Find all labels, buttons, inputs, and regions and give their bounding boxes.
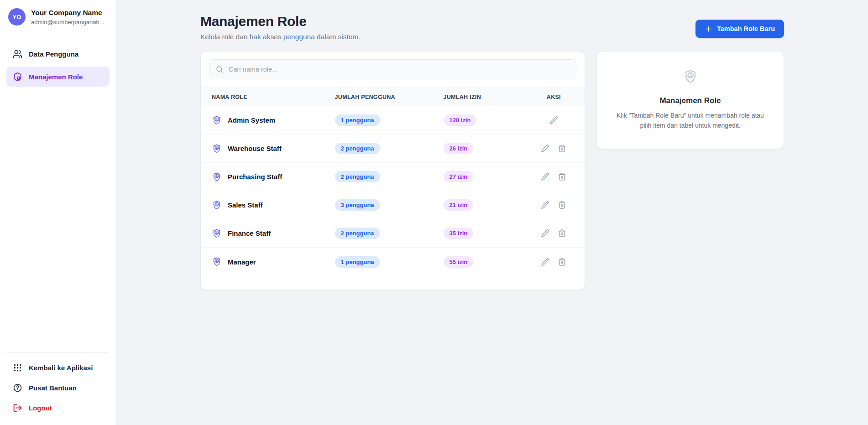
edit-role-button[interactable]	[540, 257, 550, 267]
role-name: Warehouse Staff	[228, 145, 282, 152]
trash-icon	[558, 172, 566, 181]
permission-count-badge: 120 izin	[444, 114, 477, 126]
role-detail-panel: Manajemen Role Klik "Tambah Role Baru" u…	[596, 51, 784, 149]
role-name: Sales Staff	[228, 201, 263, 209]
role-shield-icon	[212, 200, 222, 210]
pencil-icon	[541, 172, 549, 181]
footer-item-label: Logout	[29, 404, 52, 412]
user-count-badge: 2 pengguna	[335, 171, 380, 182]
user-count-badge: 1 pengguna	[335, 114, 380, 126]
edit-role-button[interactable]	[540, 228, 550, 238]
user-count-badge: 1 pengguna	[335, 256, 380, 268]
table-row[interactable]: Finance Staff 2 pengguna 35 izin	[201, 219, 585, 248]
main-area: Manajemen Role Kelola role dan hak akses…	[116, 0, 868, 425]
avatar: YO	[8, 8, 26, 26]
pencil-icon	[541, 258, 549, 266]
back-to-app-link[interactable]: Kembali ke Aplikasi	[6, 358, 110, 378]
table-body: Admin System 1 pengguna 120 izin	[201, 106, 585, 276]
user-count-badge: 3 pengguna	[335, 199, 380, 211]
column-header-aksi: AKSI	[534, 94, 574, 100]
sidebar-item-label: Manajemen Role	[29, 73, 83, 81]
logout-icon	[13, 403, 22, 413]
grid-icon	[13, 363, 22, 373]
permission-count-badge: 55 izin	[444, 256, 474, 268]
page-subtitle: Kelola role dan hak akses pengguna dalam…	[200, 33, 361, 41]
role-shield-icon	[212, 144, 222, 154]
user-email: admin@sumberpanganab...	[31, 19, 105, 26]
company-name: Your Company Name	[31, 8, 105, 17]
table-row[interactable]: Admin System 1 pengguna 120 izin	[201, 106, 585, 135]
trash-icon	[558, 201, 566, 209]
table-header: NAMA ROLE JUMLAH PENGGUNA JUMLAH IZIN AK…	[201, 88, 585, 106]
permission-count-badge: 27 izin	[444, 171, 474, 182]
user-count-badge: 2 pengguna	[335, 143, 380, 154]
column-header-jumlah-pengguna: JUMLAH PENGGUNA	[335, 94, 444, 100]
footer-item-label: Pusat Bantuan	[29, 384, 77, 392]
role-shield-icon	[212, 172, 222, 182]
logout-button[interactable]: Logout	[6, 398, 110, 418]
pencil-icon	[541, 229, 549, 238]
add-role-button[interactable]: Tambah Role Baru	[695, 20, 784, 38]
column-header-nama-role: NAMA ROLE	[212, 94, 335, 100]
permission-count-badge: 26 izin	[444, 143, 474, 154]
column-header-jumlah-izin: JUMLAH IZIN	[444, 94, 534, 100]
role-shield-icon	[212, 115, 222, 125]
trash-icon	[558, 258, 566, 266]
delete-role-button[interactable]	[557, 171, 567, 182]
user-count-badge: 2 pengguna	[335, 228, 380, 239]
sidebar-item-label: Data Pengguna	[29, 50, 78, 58]
trash-icon	[558, 144, 566, 153]
permission-count-badge: 35 izin	[444, 228, 474, 239]
delete-role-button[interactable]	[557, 143, 567, 154]
sidebar: YO Your Company Name admin@sumberpangana…	[0, 0, 116, 425]
help-center-link[interactable]: Pusat Bantuan	[6, 378, 110, 398]
sidebar-footer: Kembali ke Aplikasi Pusat Bantuan	[6, 348, 110, 418]
pencil-icon	[549, 116, 558, 124]
sidebar-item-data-pengguna[interactable]: Data Pengguna	[6, 44, 110, 64]
role-shield-icon	[212, 228, 222, 238]
role-shield-icon	[212, 257, 222, 267]
table-row[interactable]: Warehouse Staff 2 pengguna 26 izin	[201, 135, 585, 163]
search-bar	[209, 59, 576, 79]
edit-role-button[interactable]	[540, 200, 550, 210]
table-row[interactable]: Manager 1 pengguna 55 izin	[201, 248, 585, 276]
shield-user-icon	[683, 69, 698, 84]
pencil-icon	[541, 144, 549, 153]
trash-icon	[558, 229, 566, 238]
delete-role-button[interactable]	[557, 200, 567, 210]
detail-panel-description: Klik "Tambah Role Baru" untuk menambah r…	[612, 111, 768, 130]
user-card: YO Your Company Name admin@sumberpangana…	[6, 7, 110, 32]
edit-role-button[interactable]	[549, 115, 559, 125]
sidebar-nav: Data Pengguna Manajemen Role	[6, 44, 110, 87]
help-circle-icon	[13, 383, 22, 393]
permission-count-badge: 21 izin	[444, 199, 474, 211]
plus-icon	[705, 25, 712, 33]
page-title: Manajemen Role	[200, 14, 361, 29]
table-row[interactable]: Purchasing Staff 2 pengguna 27 izin	[201, 163, 585, 191]
role-name: Manager	[228, 258, 256, 266]
detail-panel-title: Manajemen Role	[612, 96, 768, 105]
search-icon	[215, 65, 224, 73]
role-table-card: NAMA ROLE JUMLAH PENGGUNA JUMLAH IZIN AK…	[200, 51, 585, 290]
page-header: Manajemen Role Kelola role dan hak akses…	[200, 14, 784, 41]
delete-role-button[interactable]	[557, 228, 567, 238]
search-input[interactable]	[209, 59, 576, 79]
shield-user-icon	[13, 72, 22, 82]
sidebar-item-manajemen-role[interactable]: Manajemen Role	[6, 67, 110, 87]
role-name: Finance Staff	[228, 229, 271, 237]
edit-role-button[interactable]	[540, 143, 550, 154]
role-name: Admin System	[228, 116, 275, 124]
table-row[interactable]: Sales Staff 3 pengguna 21 izin	[201, 191, 585, 219]
pencil-icon	[541, 201, 549, 209]
add-role-button-label: Tambah Role Baru	[717, 25, 775, 32]
footer-item-label: Kembali ke Aplikasi	[29, 364, 93, 372]
edit-role-button[interactable]	[540, 171, 550, 182]
app-root: YO Your Company Name admin@sumberpangana…	[0, 0, 868, 425]
delete-role-button[interactable]	[557, 257, 567, 267]
role-name: Purchasing Staff	[228, 173, 282, 181]
sidebar-divider	[7, 352, 109, 353]
users-icon	[13, 49, 22, 59]
